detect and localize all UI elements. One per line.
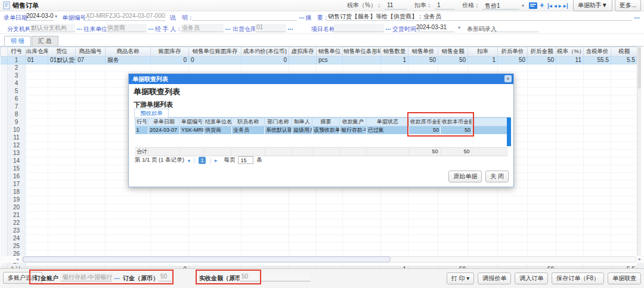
grid-column-header[interactable]: 行号	[8, 47, 26, 57]
cell[interactable]	[106, 196, 151, 204]
cell[interactable]: 07	[76, 57, 106, 64]
grid-column-header[interactable]: 成本均价(本位币)	[242, 47, 289, 57]
cell[interactable]	[76, 119, 106, 126]
cell[interactable]	[343, 227, 381, 235]
modal-column-header[interactable]: 录单日期	[148, 118, 180, 126]
cell[interactable]	[381, 204, 408, 212]
cell[interactable]: 14	[8, 157, 26, 165]
cell[interactable]	[151, 227, 189, 235]
delivery-date-value[interactable]: 2024-03-31	[415, 24, 454, 32]
modal-titlebar[interactable]: 单据联查列表	[129, 74, 513, 84]
cell[interactable]	[381, 188, 408, 196]
page-prev-icon[interactable]: ◂	[187, 157, 190, 163]
modal-column-header[interactable]: 制单人	[292, 118, 312, 126]
cell[interactable]	[106, 212, 151, 219]
cell[interactable]: 12	[8, 142, 26, 150]
cell[interactable]	[584, 88, 611, 95]
cell[interactable]	[611, 243, 637, 250]
cell[interactable]	[611, 95, 637, 103]
cell[interactable]	[528, 219, 556, 227]
cell[interactable]	[584, 165, 611, 173]
cell[interactable]	[242, 204, 289, 212]
cell[interactable]: 8	[8, 111, 26, 119]
row-selector[interactable]	[1, 72, 8, 80]
cell[interactable]	[408, 64, 438, 72]
modal-vertical-scrollbar-thumb[interactable]	[507, 117, 511, 146]
cell[interactable]: 15	[8, 165, 26, 173]
cell[interactable]	[381, 64, 408, 72]
row-selector[interactable]	[1, 196, 8, 204]
cell[interactable]	[289, 212, 317, 219]
hscroll-thumb[interactable]	[23, 256, 391, 262]
cell[interactable]	[242, 64, 289, 72]
cell[interactable]: 1	[8, 57, 26, 64]
save-order-button[interactable]: 保存订单（F8）	[552, 272, 604, 284]
cell[interactable]	[289, 219, 317, 227]
cell[interactable]	[48, 88, 76, 95]
cell[interactable]	[556, 204, 584, 212]
cell[interactable]	[76, 111, 106, 119]
row-selector[interactable]	[1, 103, 8, 111]
cell[interactable]	[556, 134, 584, 142]
handler-value[interactable]: 业务员	[181, 24, 224, 32]
tax-rate-input[interactable]: 11	[385, 2, 407, 10]
more-button[interactable]: 更多...	[615, 0, 641, 11]
cell[interactable]	[584, 196, 611, 204]
cell[interactable]	[242, 196, 289, 204]
cell[interactable]	[76, 134, 106, 142]
modal-column-header[interactable]: 摘要	[312, 118, 340, 126]
cell[interactable]	[151, 243, 189, 250]
grid-column-header[interactable]: 扣率	[468, 47, 498, 57]
cell[interactable]	[26, 103, 48, 111]
cell[interactable]	[611, 134, 637, 142]
cell[interactable]	[242, 235, 289, 243]
cell[interactable]	[48, 173, 76, 181]
cell[interactable]	[381, 235, 408, 243]
grid-column-header[interactable]: 货位	[48, 47, 76, 57]
cell[interactable]: 0	[242, 57, 289, 64]
note-input[interactable]	[192, 13, 297, 21]
cell[interactable]	[556, 80, 584, 88]
cell[interactable]	[611, 111, 637, 119]
load-order-button[interactable]: 调入订单	[515, 272, 548, 284]
cell[interactable]	[189, 219, 242, 227]
price-select[interactable]: 售价1	[482, 2, 519, 10]
row-selector[interactable]	[1, 111, 8, 119]
cell[interactable]: pcs	[317, 57, 343, 64]
card-view-icon[interactable]	[529, 2, 537, 9]
per-page-input[interactable]: 15	[238, 156, 253, 164]
cell[interactable]	[584, 142, 611, 150]
cell[interactable]	[528, 227, 556, 235]
cell[interactable]	[528, 235, 556, 243]
row-selector[interactable]	[1, 126, 8, 134]
cell[interactable]	[343, 235, 381, 243]
cell[interactable]	[611, 212, 637, 219]
cell[interactable]	[611, 196, 637, 204]
modal-column-header[interactable]: 部门名称	[265, 118, 292, 126]
cell[interactable]	[584, 188, 611, 196]
cell[interactable]	[438, 204, 468, 212]
cell[interactable]	[528, 204, 556, 212]
cell[interactable]	[343, 64, 381, 72]
cell[interactable]	[317, 64, 343, 72]
branch-lookup-button[interactable]: …	[76, 24, 83, 31]
cell[interactable]	[611, 72, 637, 80]
cell[interactable]	[556, 181, 584, 188]
cell[interactable]: 业务员	[232, 126, 265, 135]
cell[interactable]	[528, 173, 556, 181]
cell[interactable]: 已过账	[367, 126, 409, 135]
row-selector[interactable]	[1, 150, 8, 157]
cell[interactable]	[289, 235, 317, 243]
cell[interactable]	[408, 188, 438, 196]
cell[interactable]	[584, 212, 611, 219]
cell[interactable]: 01	[26, 57, 48, 64]
cell[interactable]	[611, 235, 637, 243]
cell[interactable]	[611, 126, 637, 134]
modal-column-header[interactable]: 职员名称	[232, 118, 265, 126]
cell[interactable]	[76, 165, 106, 173]
cell[interactable]	[289, 196, 317, 204]
cell[interactable]	[584, 173, 611, 181]
cell[interactable]: 服务	[106, 57, 151, 64]
cell[interactable]	[498, 243, 528, 250]
cell[interactable]	[528, 126, 556, 134]
